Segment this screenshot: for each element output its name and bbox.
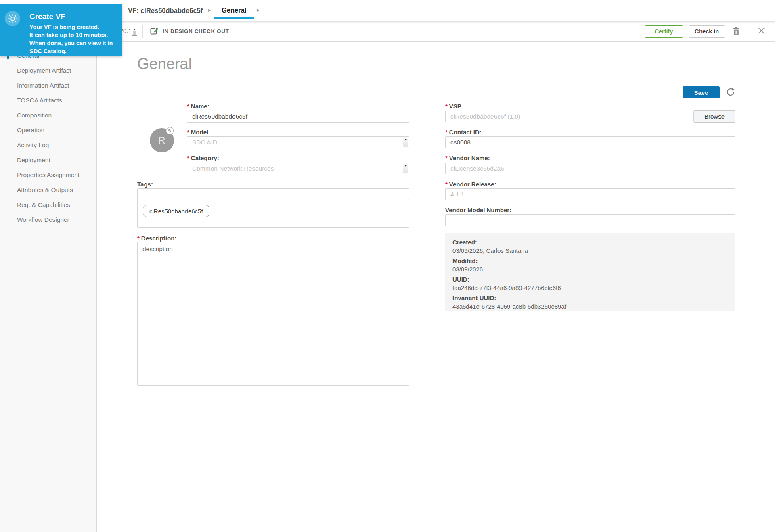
toolbar-divider — [142, 25, 143, 38]
sidebar-menu: General Deployment Artifact Information … — [0, 42, 96, 227]
browse-button[interactable]: Browse — [694, 110, 735, 123]
checkin-button[interactable]: Check in — [689, 25, 725, 38]
breadcrumb-arrow-icon: ▶ — [257, 0, 260, 20]
contact-id-input[interactable] — [445, 136, 735, 148]
required-marker: * — [137, 235, 140, 242]
metadata-row: Created: 03/09/2026, Carlos Santana — [452, 238, 728, 255]
sidebar-item-req-capabilities[interactable]: Req. & Capabilities — [0, 197, 96, 212]
required-marker: * — [445, 154, 448, 161]
vendor-model-number-input[interactable] — [445, 214, 735, 226]
model-label: *Model — [187, 128, 208, 136]
required-marker: * — [187, 129, 189, 136]
vsp-input — [445, 111, 694, 122]
uuid-value: faa246dc-77f3-44a6-9a89-4277b6cfe6f6 — [452, 284, 728, 292]
model-select: SDC AID ▼ — [187, 136, 409, 148]
contact-id-label: *Contact ID: — [445, 128, 482, 136]
created-value: 03/09/2026, Carlos Santana — [452, 246, 728, 255]
metadata-row: Modifed: 03/09/2026 — [452, 257, 728, 273]
metadata-row: Invariant UUID: 43a5d41e-6728-4059-ac8b-… — [452, 294, 728, 311]
tags-label: Tags: — [137, 180, 153, 188]
invariant-uuid-label: Invariant UUID: — [452, 294, 728, 302]
required-marker: * — [445, 103, 448, 110]
breadcrumb-vf-link[interactable]: VF: ciRes50dbabde6c5f — [128, 0, 203, 21]
close-button[interactable] — [756, 26, 767, 37]
vsp-label: *VSP — [445, 102, 461, 111]
save-button[interactable]: Save — [683, 86, 720, 98]
sdc-app: VF: ciRes50dbabde6c5f ▶ General ▶ V0.1 ▼… — [0, 0, 775, 532]
vendor-name-input — [445, 163, 735, 174]
revert-icon — [726, 87, 735, 98]
revert-button[interactable] — [725, 87, 736, 98]
metadata-panel: Created: 03/09/2026, Carlos Santana Modi… — [445, 233, 735, 311]
name-label: *Name: — [187, 102, 209, 111]
vendor-name-label: *Vendor Name: — [445, 154, 490, 162]
modified-value: 03/09/2026 — [452, 265, 728, 273]
invariant-uuid-value: 43a5d41e-6728-4059-ac8b-5db3250e89af — [452, 302, 728, 311]
toast-title: Create VF — [29, 12, 65, 21]
gear-icon — [5, 11, 20, 26]
sidebar-item-activity-log[interactable]: Activity Log — [0, 138, 96, 152]
left-sidebar: General Deployment Artifact Information … — [0, 42, 97, 532]
delete-button[interactable] — [731, 26, 742, 37]
active-tab-underline — [214, 17, 254, 19]
tags-container: ciRes50dbabde6c5f — [137, 200, 409, 228]
select-arrow: ▼ — [403, 163, 408, 173]
sidebar-item-attributes-outputs[interactable]: Attributes & Outputs — [0, 182, 96, 197]
create-vf-toast[interactable]: Create VF Your VF is being created. It c… — [0, 4, 122, 56]
name-input[interactable] — [187, 111, 409, 123]
sidebar-item-tosca-artifacts[interactable]: TOSCA Artifacts — [0, 93, 96, 108]
required-marker: * — [187, 103, 189, 110]
lifecycle-status-label: IN DESIGN CHECK OUT — [163, 21, 229, 41]
pencil-icon: ✎ — [168, 129, 171, 133]
vendor-model-number-label: Vendor Model Number: — [445, 206, 511, 214]
chevron-down-icon: ▼ — [403, 138, 408, 141]
sidebar-item-properties-assignment[interactable]: Properties Assignment — [0, 167, 96, 182]
modified-label: Modifed: — [452, 257, 728, 265]
avatar-edit-button[interactable]: ✎ — [166, 127, 174, 135]
sidebar-item-operation[interactable]: Operation — [0, 123, 96, 138]
breadcrumb-arrow-icon: ▶ — [208, 0, 211, 20]
checkout-pencil-icon — [149, 27, 159, 36]
sidebar-item-composition[interactable]: Composition — [0, 108, 96, 123]
required-marker: * — [187, 154, 189, 161]
certify-button[interactable]: Certify — [645, 25, 683, 38]
required-marker: * — [445, 181, 448, 188]
category-select: Common Network Resources ▼ — [187, 163, 409, 174]
sidebar-item-workflow-designer[interactable]: Workflow Designer — [0, 212, 96, 227]
page-title: General — [137, 55, 192, 73]
description-label: *Description: — [137, 234, 176, 242]
category-label: *Category: — [187, 154, 219, 162]
select-arrow: ▼ — [403, 137, 408, 147]
close-icon — [758, 27, 765, 36]
resource-avatar: R ✎ — [150, 128, 174, 152]
spinner-thumb — [133, 31, 136, 35]
sidebar-item-information-artifact[interactable]: Information Artifact — [0, 78, 96, 93]
metadata-row: UUID: faa246dc-77f3-44a6-9a89-4277b6cfe6… — [452, 275, 728, 292]
spinner-arrow-icon: ▼ — [132, 27, 137, 31]
toast-message: Your VF is being created. It can take up… — [29, 23, 113, 55]
vendor-release-label: *Vendor Release: — [445, 180, 496, 188]
chevron-down-icon: ▼ — [403, 165, 408, 167]
created-label: Created: — [452, 238, 728, 246]
uuid-label: UUID: — [452, 275, 728, 284]
sidebar-item-deployment-artifact[interactable]: Deployment Artifact — [0, 63, 96, 78]
trash-icon — [732, 27, 740, 37]
version-spinner[interactable]: ▼ — [132, 27, 137, 36]
required-marker: * — [445, 129, 448, 136]
tag-chip[interactable]: ciRes50dbabde6c5f — [143, 205, 209, 217]
description-textarea[interactable]: description — [137, 242, 409, 386]
tags-input[interactable] — [137, 188, 409, 200]
toolbar-divider — [748, 25, 748, 38]
sidebar-item-deployment[interactable]: Deployment — [0, 152, 96, 167]
vendor-release-input — [445, 188, 735, 200]
